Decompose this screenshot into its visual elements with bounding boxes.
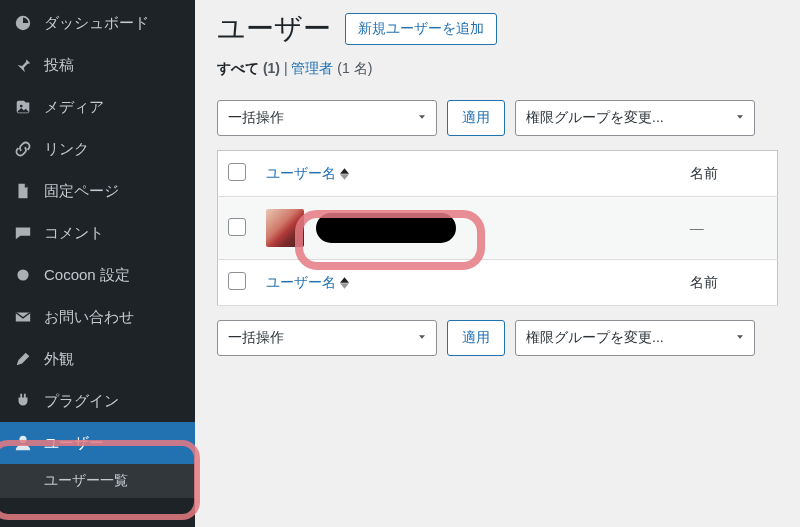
- filter-all[interactable]: すべて (1): [217, 60, 280, 76]
- sidebar-item-contact[interactable]: お問い合わせ: [0, 296, 195, 338]
- sidebar-item-label: コメント: [44, 224, 104, 243]
- bulk-apply-button-bottom[interactable]: 適用: [447, 320, 505, 356]
- comment-icon: [12, 222, 34, 244]
- sidebar-item-label: お問い合わせ: [44, 308, 134, 327]
- filter-all-label: すべて: [217, 60, 259, 76]
- chevron-down-icon: [416, 110, 428, 126]
- plugin-icon: [12, 390, 34, 412]
- page-icon: [12, 180, 34, 202]
- cocoon-icon: [12, 264, 34, 286]
- users-table: ユーザー名 名前: [217, 150, 778, 306]
- tablenav-bottom: 一括操作 適用 権限グループを変更...: [217, 320, 778, 356]
- tablenav-top: 一括操作 適用 権限グループを変更...: [217, 100, 778, 136]
- sidebar-subitem-label: ユーザー一覧: [44, 472, 128, 488]
- sidebar-item-appearance[interactable]: 外観: [0, 338, 195, 380]
- sidebar-item-dashboard[interactable]: ダッシュボード: [0, 2, 195, 44]
- add-user-button[interactable]: 新規ユーザーを追加: [345, 13, 497, 45]
- sidebar-item-plugins[interactable]: プラグイン: [0, 380, 195, 422]
- filter-admin-label: 管理者: [291, 60, 333, 76]
- column-name-footer: 名前: [680, 260, 778, 306]
- filter-admin[interactable]: 管理者 (1 名): [291, 60, 372, 76]
- chevron-down-icon: [734, 110, 746, 126]
- sidebar-item-media[interactable]: メディア: [0, 86, 195, 128]
- username-cell[interactable]: [256, 197, 680, 260]
- role-change-selected: 権限グループを変更...: [526, 109, 664, 127]
- sidebar-item-links[interactable]: リンク: [0, 128, 195, 170]
- column-name-label: 名前: [690, 274, 718, 290]
- appearance-icon: [12, 348, 34, 370]
- chevron-down-icon: [416, 330, 428, 346]
- table-row: —: [218, 197, 778, 260]
- column-username-header[interactable]: ユーザー名: [256, 151, 680, 197]
- bulk-action-select-bottom[interactable]: 一括操作: [217, 320, 437, 356]
- bulk-action-select[interactable]: 一括操作: [217, 100, 437, 136]
- select-all-checkbox-bottom[interactable]: [228, 272, 246, 290]
- main-content: ユーザー 新規ユーザーを追加 すべて (1) | 管理者 (1 名) 一括操作 …: [195, 0, 800, 527]
- svg-point-0: [20, 105, 23, 108]
- select-all-header: [218, 151, 257, 197]
- row-checkbox-cell: [218, 197, 257, 260]
- page-title: ユーザー: [217, 10, 331, 48]
- dashboard-icon: [12, 12, 34, 34]
- pin-icon: [12, 54, 34, 76]
- page-header: ユーザー 新規ユーザーを追加: [217, 10, 778, 48]
- sidebar-item-label: ユーザー: [44, 434, 104, 453]
- sidebar-item-label: Cocoon 設定: [44, 266, 130, 285]
- name-cell: —: [680, 197, 778, 260]
- row-select-checkbox[interactable]: [228, 218, 246, 236]
- filter-separator: |: [280, 60, 291, 76]
- mail-icon: [12, 306, 34, 328]
- sidebar-item-label: 固定ページ: [44, 182, 119, 201]
- role-change-selected: 権限グループを変更...: [526, 329, 664, 347]
- sidebar-item-label: ダッシュボード: [44, 14, 149, 33]
- column-username-label: ユーザー名: [266, 165, 336, 183]
- user-icon: [12, 432, 34, 454]
- column-username-label: ユーザー名: [266, 274, 336, 292]
- select-all-footer: [218, 260, 257, 306]
- column-name-header: 名前: [680, 151, 778, 197]
- sidebar-item-cocoon[interactable]: Cocoon 設定: [0, 254, 195, 296]
- name-value: —: [690, 220, 704, 236]
- sidebar-item-label: 外観: [44, 350, 74, 369]
- role-change-select-bottom[interactable]: 権限グループを変更...: [515, 320, 755, 356]
- column-username-footer[interactable]: ユーザー名: [256, 260, 680, 306]
- role-change-select[interactable]: 権限グループを変更...: [515, 100, 755, 136]
- sidebar-item-label: メディア: [44, 98, 104, 117]
- sidebar-subitem-users-list[interactable]: ユーザー一覧: [0, 464, 195, 498]
- svg-point-2: [19, 436, 26, 443]
- chevron-down-icon: [734, 330, 746, 346]
- admin-sidebar: ダッシュボード 投稿 メディア リンク 固定ページ コメント Cocoon: [0, 0, 195, 527]
- sidebar-item-comments[interactable]: コメント: [0, 212, 195, 254]
- sidebar-item-label: リンク: [44, 140, 89, 159]
- select-all-checkbox-top[interactable]: [228, 163, 246, 181]
- column-name-label: 名前: [690, 165, 718, 181]
- filter-all-count: (1): [263, 60, 280, 76]
- bulk-action-selected: 一括操作: [228, 329, 284, 347]
- sidebar-item-label: 投稿: [44, 56, 74, 75]
- sort-arrows-icon: [340, 168, 349, 180]
- sidebar-item-label: プラグイン: [44, 392, 119, 411]
- sidebar-item-pages[interactable]: 固定ページ: [0, 170, 195, 212]
- table-footer-row: ユーザー名 名前: [218, 260, 778, 306]
- bulk-action-selected: 一括操作: [228, 109, 284, 127]
- svg-point-1: [17, 269, 28, 280]
- table-header-row: ユーザー名 名前: [218, 151, 778, 197]
- link-icon: [12, 138, 34, 160]
- sidebar-item-posts[interactable]: 投稿: [0, 44, 195, 86]
- bulk-apply-button[interactable]: 適用: [447, 100, 505, 136]
- sidebar-item-users[interactable]: ユーザー: [0, 422, 195, 464]
- sort-arrows-icon: [340, 277, 349, 289]
- filter-admin-count: (1 名): [337, 60, 372, 76]
- username-redacted: [316, 213, 456, 243]
- avatar: [266, 209, 304, 247]
- media-icon: [12, 96, 34, 118]
- user-filter-links: すべて (1) | 管理者 (1 名): [217, 60, 778, 78]
